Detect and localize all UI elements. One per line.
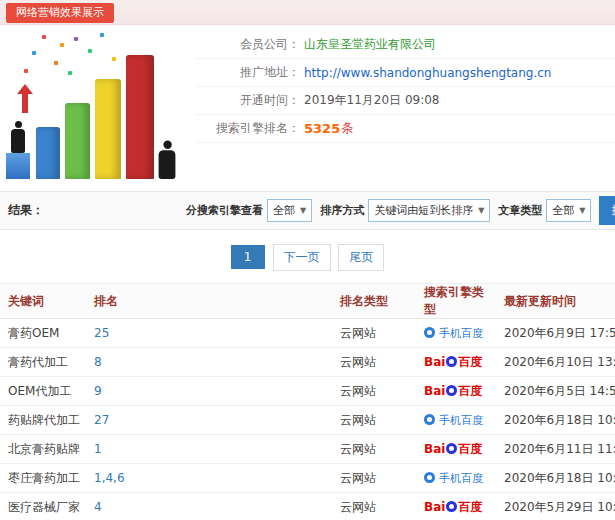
baidu-logo-text: Bai — [424, 355, 445, 369]
rank-cell: 4 — [88, 493, 334, 520]
table-row: OEM代加工 9 云网站 Bai百度 2020年6月5日 14:57 — [0, 377, 615, 406]
engine-filter-label: 分搜索引擎查看 — [186, 203, 263, 218]
confetti-dot — [88, 49, 92, 53]
rank-cell: 27 — [88, 406, 334, 435]
chart-bar-yellow — [95, 79, 121, 179]
info-row-url: 推广地址： http://www.shandonghuangshengtang.… — [196, 59, 615, 87]
open-time-value: 2019年11月20日 09:08 — [304, 92, 439, 109]
page-1-button[interactable]: 1 — [231, 245, 265, 269]
confetti-dot — [24, 69, 28, 73]
rank-link[interactable]: 1,4,6 — [94, 471, 125, 485]
chevron-down-icon: ▼ — [579, 206, 585, 215]
table-row: 药贴牌代加工 27 云网站 手机百度 2020年6月18日 10:25 — [0, 406, 615, 435]
baidu-paw-icon — [446, 356, 457, 367]
table-row: 北京膏药贴牌 1 云网站 Bai百度 2020年6月11日 11:18 — [0, 435, 615, 464]
time-cell: 2020年6月11日 11:18 — [498, 435, 615, 464]
rank-link[interactable]: 27 — [94, 413, 109, 427]
engine-label: 百度 — [458, 500, 482, 514]
header-rank: 排名 — [88, 284, 334, 319]
info-row-company: 会员公司： 山东皇圣堂药业有限公司 — [196, 31, 615, 59]
rank-type-cell: 云网站 — [334, 348, 418, 377]
up-arrow-icon — [22, 93, 28, 113]
engine-cell: 手机百度 — [418, 464, 498, 493]
confetti-dot — [74, 37, 78, 41]
engine-label: 手机百度 — [439, 327, 483, 340]
last-page-button[interactable]: 尾页 — [338, 244, 384, 271]
keyword-cell: 膏药代加工 — [0, 348, 88, 377]
engine-cell: Bai百度 — [418, 493, 498, 520]
promo-url-link[interactable]: http://www.shandonghuangshengtang.cn — [304, 66, 551, 80]
promo-url-label: 推广地址： — [196, 64, 300, 81]
engine-label: 百度 — [458, 442, 482, 456]
info-row-open-time: 开通时间： 2019年11月20日 09:08 — [196, 87, 615, 115]
rank-type-cell: 云网站 — [334, 435, 418, 464]
next-page-button[interactable]: 下一页 — [273, 244, 331, 271]
info-row-rank-count: 搜索引擎排名： 5325 条 — [196, 115, 615, 143]
person-head — [15, 121, 22, 128]
rank-link[interactable]: 8 — [94, 355, 102, 369]
table-row: 膏药OEM 25 云网站 手机百度 2020年6月9日 17:50 — [0, 319, 615, 348]
confetti-dot — [60, 43, 64, 47]
confetti-dot — [42, 35, 46, 39]
table-row: 医疗器械厂家 4 云网站 Bai百度 2020年5月29日 10:32 — [0, 493, 615, 520]
company-link[interactable]: 山东皇圣堂药业有限公司 — [304, 36, 436, 53]
keyword-cell: 北京膏药贴牌 — [0, 435, 88, 464]
engine-filter-select[interactable]: 全部 ▼ — [267, 199, 312, 222]
time-cell: 2020年6月18日 10:25 — [498, 406, 615, 435]
keyword-cell: 药贴牌代加工 — [0, 406, 88, 435]
engine-label: 手机百度 — [439, 472, 483, 485]
header-rank-type: 排名类型 — [334, 284, 418, 319]
sort-filter-value: 关键词由短到长排序 — [374, 203, 473, 218]
baidu-paw-icon — [446, 385, 457, 396]
confetti-dot — [68, 71, 72, 75]
baidu-mobile-icon — [424, 327, 435, 338]
member-info-rows: 会员公司： 山东皇圣堂药业有限公司 推广地址： http://www.shand… — [196, 25, 615, 143]
person-head — [163, 141, 171, 149]
baidu-mobile-icon — [424, 472, 435, 483]
pagination: 1 下一页 尾页 — [0, 230, 615, 283]
submit-button[interactable]: 提交 — [599, 196, 615, 225]
baidu-mobile-icon — [424, 414, 435, 425]
confetti-dot — [100, 33, 104, 37]
chevron-down-icon: ▼ — [478, 206, 484, 215]
rank-link[interactable]: 1 — [94, 442, 102, 456]
blue-cube — [6, 153, 30, 179]
chart-bar-green — [65, 103, 90, 179]
type-filter-select[interactable]: 全部 ▼ — [546, 199, 591, 222]
table-row: 膏药代加工 8 云网站 Bai百度 2020年6月10日 13:40 — [0, 348, 615, 377]
header-bar: 网络营销效果展示 — [0, 0, 615, 25]
rank-link[interactable]: 9 — [94, 384, 102, 398]
rank-type-cell: 云网站 — [334, 406, 418, 435]
rank-cell: 8 — [88, 348, 334, 377]
baidu-paw-icon — [446, 443, 457, 454]
rank-cell: 1,4,6 — [88, 464, 334, 493]
rank-type-cell: 云网站 — [334, 493, 418, 520]
ranking-table: 关键词 排名 排名类型 搜索引擎类型 最新更新时间 膏药OEM 25 云网站 手… — [0, 283, 615, 520]
confetti-dot — [32, 51, 36, 55]
rank-link[interactable]: 4 — [94, 500, 102, 514]
engine-label: 百度 — [458, 384, 482, 398]
confetti-dot — [112, 57, 116, 61]
sort-filter-select[interactable]: 关键词由短到长排序 ▼ — [368, 199, 490, 222]
member-info-section: 会员公司： 山东皇圣堂药业有限公司 推广地址： http://www.shand… — [0, 25, 615, 191]
rank-type-cell: 云网站 — [334, 319, 418, 348]
engine-label: 手机百度 — [439, 414, 483, 427]
engine-cell: Bai百度 — [418, 377, 498, 406]
table-row: 枣庄膏药加工 1,4,6 云网站 手机百度 2020年6月18日 10:19 — [0, 464, 615, 493]
chart-bar-red — [126, 55, 154, 179]
chevron-down-icon: ▼ — [300, 206, 306, 215]
table-header-row: 关键词 排名 排名类型 搜索引擎类型 最新更新时间 — [0, 284, 615, 319]
engine-cell: Bai百度 — [418, 435, 498, 464]
keyword-cell: 枣庄膏药加工 — [0, 464, 88, 493]
baidu-logo-text: Bai — [424, 442, 445, 456]
keyword-cell: OEM代加工 — [0, 377, 88, 406]
rank-count-value: 5325 — [304, 121, 340, 136]
engine-label: 百度 — [458, 355, 482, 369]
page-title: 网络营销效果展示 — [6, 3, 114, 23]
rank-cell: 9 — [88, 377, 334, 406]
rank-type-cell: 云网站 — [334, 464, 418, 493]
baidu-logo-text: Bai — [424, 500, 445, 514]
bar-chart-illustration — [2, 31, 192, 185]
rank-link[interactable]: 25 — [94, 326, 109, 340]
time-cell: 2020年6月10日 13:40 — [498, 348, 615, 377]
